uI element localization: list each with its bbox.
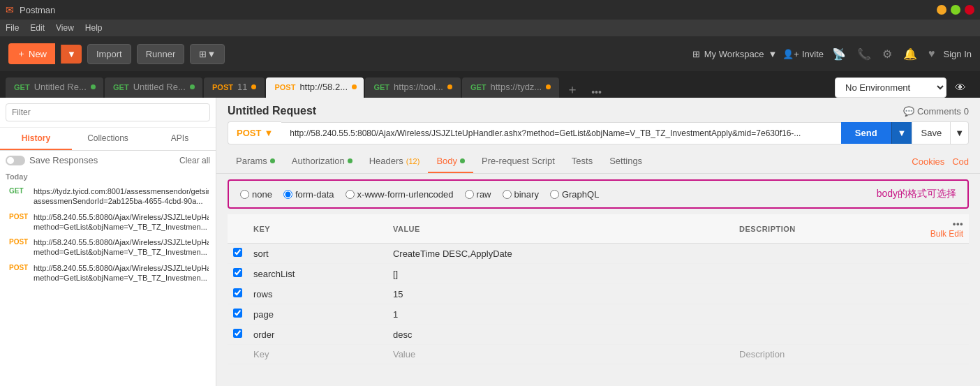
bulk-edit-button[interactable]: Bulk Edit bbox=[930, 229, 963, 239]
list-item[interactable]: GET https://tydz.tyicd.com:8001/assessme… bbox=[6, 184, 210, 209]
more-options-icon[interactable]: ••• bbox=[953, 218, 963, 229]
minimize-button[interactable] bbox=[937, 5, 946, 15]
radio-none-input[interactable] bbox=[240, 190, 249, 199]
row-key-1[interactable]: searchList bbox=[248, 264, 387, 284]
phone-icon[interactable]: 📞 bbox=[854, 45, 874, 64]
save-dropdown-button[interactable]: ▼ bbox=[951, 121, 969, 144]
history-method-1: POST bbox=[7, 212, 29, 221]
method-select[interactable]: POST ▼ bbox=[228, 121, 281, 144]
list-item[interactable]: POST http://58.240.55.5:8080/Ajax/Wirele… bbox=[6, 260, 210, 286]
tab-1[interactable]: GET Untitled Re... bbox=[105, 77, 202, 98]
menu-view[interactable]: View bbox=[56, 23, 74, 33]
radio-binary[interactable]: binary bbox=[503, 189, 539, 200]
radio-none[interactable]: none bbox=[240, 189, 272, 200]
tab-settings[interactable]: Settings bbox=[601, 150, 651, 173]
row-desc-4[interactable] bbox=[734, 325, 913, 345]
sign-in-button[interactable]: Sign In bbox=[944, 49, 972, 59]
row-value-1[interactable]: [] bbox=[387, 264, 734, 284]
url-input[interactable] bbox=[281, 122, 841, 144]
radio-urlencoded[interactable]: x-www-form-urlencoded bbox=[346, 189, 454, 200]
more-tabs-button[interactable]: ••• bbox=[586, 87, 607, 98]
row-key-4[interactable]: order bbox=[248, 325, 387, 345]
row-key-empty[interactable]: Key bbox=[248, 345, 387, 364]
list-item[interactable]: POST http://58.240.55.5:8080/Ajax/Wirele… bbox=[6, 235, 210, 260]
eye-icon[interactable]: 👁 bbox=[952, 79, 969, 97]
tab-authorization[interactable]: Authorization bbox=[283, 150, 361, 173]
satellite-icon[interactable]: 📡 bbox=[829, 45, 849, 64]
send-dropdown-button[interactable]: ▼ bbox=[891, 122, 912, 144]
tab-dot-5 bbox=[546, 84, 551, 89]
comments-button[interactable]: 💬 Comments 0 bbox=[903, 106, 969, 117]
tab-0[interactable]: GET Untitled Re... bbox=[6, 77, 103, 98]
save-responses-switch[interactable] bbox=[6, 156, 25, 165]
tab-auth-label: Authorization bbox=[292, 156, 345, 166]
close-button[interactable] bbox=[965, 5, 974, 15]
heart-icon[interactable]: ♥ bbox=[926, 45, 938, 63]
radio-binary-input[interactable] bbox=[503, 190, 512, 199]
new-button[interactable]: ＋ New bbox=[8, 43, 55, 64]
send-button[interactable]: Send bbox=[841, 122, 891, 144]
tab-5[interactable]: GET https://tydz... bbox=[462, 77, 559, 98]
tab-2[interactable]: POST 11 bbox=[204, 77, 265, 98]
radio-formdata-input[interactable] bbox=[283, 190, 292, 199]
tab-label-0: Untitled Re... bbox=[34, 82, 87, 92]
radio-formdata[interactable]: form-data bbox=[283, 189, 334, 200]
tab-4[interactable]: GET https://tool... bbox=[365, 77, 460, 98]
row-key-2[interactable]: rows bbox=[248, 284, 387, 304]
radio-urlencoded-input[interactable] bbox=[346, 190, 355, 199]
filter-input[interactable] bbox=[6, 103, 210, 121]
row-value-empty[interactable]: Value bbox=[387, 345, 734, 364]
radio-raw-input[interactable] bbox=[465, 190, 474, 199]
menu-help[interactable]: Help bbox=[85, 23, 103, 33]
import-button[interactable]: Import bbox=[87, 44, 131, 64]
menu-file[interactable]: File bbox=[6, 23, 19, 33]
row-check-4[interactable] bbox=[233, 329, 242, 338]
maximize-button[interactable] bbox=[951, 5, 960, 15]
row-desc-0[interactable] bbox=[734, 244, 913, 264]
clear-all-button[interactable]: Clear all bbox=[179, 156, 210, 165]
extras-button[interactable]: ⊞▼ bbox=[190, 44, 225, 64]
history-section: Today GET https://tydz.tyicd.com:8001/as… bbox=[0, 170, 216, 288]
row-check-2[interactable] bbox=[233, 288, 242, 297]
radio-graphql-input[interactable] bbox=[550, 190, 559, 199]
row-check-0[interactable] bbox=[233, 248, 242, 257]
sidebar-tab-history[interactable]: History bbox=[0, 128, 72, 150]
tab-headers[interactable]: Headers (12) bbox=[361, 150, 429, 173]
tab-params[interactable]: Params bbox=[228, 150, 283, 173]
cookies-link[interactable]: Cookies Cod bbox=[912, 156, 969, 167]
row-value-4[interactable]: desc bbox=[387, 325, 734, 345]
new-dropdown-button[interactable]: ▼ bbox=[61, 45, 82, 64]
invite-button[interactable]: 👤+ Invite bbox=[782, 49, 824, 59]
notification-icon[interactable]: 🔔 bbox=[900, 45, 920, 64]
row-key-0[interactable]: sort bbox=[248, 244, 387, 264]
list-item[interactable]: POST http://58.240.55.5:8080/Ajax/Wirele… bbox=[6, 209, 210, 235]
tab-tests[interactable]: Tests bbox=[563, 150, 601, 173]
history-url-2: http://58.240.55.5:8080/Ajax/Wireless/JS… bbox=[34, 237, 209, 258]
row-value-2[interactable]: 15 bbox=[387, 284, 734, 304]
save-button[interactable]: Save bbox=[912, 121, 951, 144]
col-desc-header: DESCRIPTION bbox=[734, 214, 913, 244]
row-check-1[interactable] bbox=[233, 268, 242, 277]
environment-select[interactable]: No Environment bbox=[835, 77, 946, 98]
sidebar-tab-collections[interactable]: Collections bbox=[72, 128, 144, 150]
row-value-3[interactable]: 1 bbox=[387, 304, 734, 325]
menu-edit[interactable]: Edit bbox=[30, 23, 45, 33]
radio-raw[interactable]: raw bbox=[465, 189, 491, 200]
row-desc-empty[interactable]: Description bbox=[734, 345, 913, 364]
row-desc-3[interactable] bbox=[734, 304, 913, 325]
tab-body[interactable]: Body bbox=[428, 150, 473, 173]
tab-prerequest[interactable]: Pre-request Script bbox=[473, 150, 563, 173]
settings-icon[interactable]: ⚙ bbox=[879, 45, 895, 64]
row-desc-2[interactable] bbox=[734, 284, 913, 304]
app-title: Postman bbox=[20, 5, 55, 15]
radio-graphql[interactable]: GraphQL bbox=[550, 189, 599, 200]
row-key-3[interactable]: page bbox=[248, 304, 387, 325]
new-tab-button[interactable]: ＋ bbox=[560, 81, 584, 98]
workspace-button[interactable]: ⊞ My Workspace ▼ bbox=[692, 49, 778, 59]
row-check-3[interactable] bbox=[233, 309, 242, 318]
row-desc-1[interactable] bbox=[734, 264, 913, 284]
row-value-0[interactable]: CreateTime DESC,ApplyDate bbox=[387, 244, 734, 264]
tab-3[interactable]: POST http://58.2... bbox=[266, 77, 364, 98]
sidebar-tab-apis[interactable]: APIs bbox=[144, 128, 216, 150]
runner-button[interactable]: Runner bbox=[137, 44, 185, 64]
